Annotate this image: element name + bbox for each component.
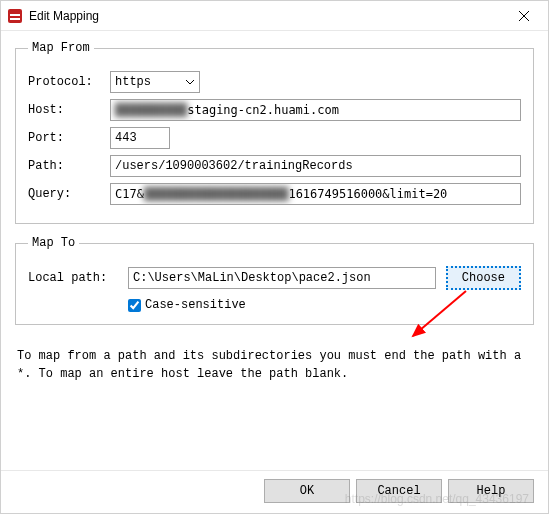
help-button[interactable]: Help: [448, 479, 534, 503]
hint-text: To map from a path and its subdirectorie…: [17, 347, 532, 383]
host-row: Host: ██████████staging-cn2.huami.com: [28, 99, 521, 121]
local-path-row: Local path: Choose: [28, 266, 521, 290]
protocol-select[interactable]: https: [110, 71, 200, 93]
protocol-row: Protocol: https: [28, 71, 521, 93]
ok-button[interactable]: OK: [264, 479, 350, 503]
path-row: Path:: [28, 155, 521, 177]
query-input[interactable]: C17&████████████████████1616749516000&li…: [110, 183, 521, 205]
chevron-down-icon: [185, 77, 195, 87]
host-visible: staging-cn2.huami.com: [187, 103, 339, 117]
case-sensitive-checkbox[interactable]: [128, 299, 141, 312]
close-icon: [519, 11, 529, 21]
query-row: Query: C17&████████████████████161674951…: [28, 183, 521, 205]
cancel-button[interactable]: Cancel: [356, 479, 442, 503]
host-obscured: ██████████: [115, 103, 187, 117]
map-to-legend: Map To: [28, 236, 79, 250]
path-input[interactable]: [110, 155, 521, 177]
port-row: Port:: [28, 127, 521, 149]
close-button[interactable]: [504, 2, 544, 30]
query-obscured: ████████████████████: [144, 187, 289, 201]
choose-button[interactable]: Choose: [446, 266, 521, 290]
query-prefix: C17&: [115, 187, 144, 201]
map-to-group: Map To Local path: Choose Case-sensitive: [15, 236, 534, 325]
port-input[interactable]: [110, 127, 170, 149]
dialog-content: Map From Protocol: https Host: █████████…: [1, 31, 548, 470]
app-icon: [7, 8, 23, 24]
port-label: Port:: [28, 131, 110, 145]
query-suffix: 1616749516000&limit=20: [288, 187, 447, 201]
svg-rect-1: [10, 14, 20, 16]
local-path-label: Local path:: [28, 271, 128, 285]
button-bar: OK Cancel Help: [1, 470, 548, 513]
window-title: Edit Mapping: [29, 9, 504, 23]
case-sensitive-row: Case-sensitive: [128, 298, 521, 312]
map-from-group: Map From Protocol: https Host: █████████…: [15, 41, 534, 224]
protocol-label: Protocol:: [28, 75, 110, 89]
host-input[interactable]: ██████████staging-cn2.huami.com: [110, 99, 521, 121]
map-from-legend: Map From: [28, 41, 94, 55]
protocol-value: https: [115, 75, 151, 89]
query-label: Query:: [28, 187, 110, 201]
path-label: Path:: [28, 159, 110, 173]
case-sensitive-label: Case-sensitive: [145, 298, 246, 312]
titlebar: Edit Mapping: [1, 1, 548, 31]
host-label: Host:: [28, 103, 110, 117]
dialog-window: Edit Mapping Map From Protocol: https Ho…: [0, 0, 549, 514]
local-path-input[interactable]: [128, 267, 436, 289]
svg-rect-2: [10, 18, 20, 20]
